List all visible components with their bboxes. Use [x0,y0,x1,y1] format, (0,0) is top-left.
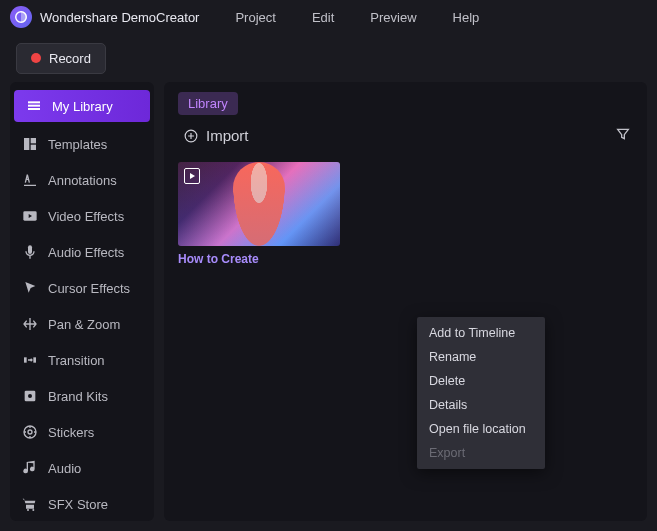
sidebar-item-brand-kits[interactable]: Brand Kits [10,378,154,414]
filter-icon[interactable] [615,126,631,145]
svg-point-11 [28,394,32,398]
audio-effects-icon [22,244,38,260]
svg-rect-9 [33,357,36,362]
sidebar-item-templates[interactable]: Templates [10,126,154,162]
annotations-icon [22,172,38,188]
library-icon [26,98,42,114]
app-logo-icon [10,6,32,28]
sidebar-item-label: Stickers [48,425,94,440]
sidebar-item-audio[interactable]: Audio [10,450,154,486]
sidebar-item-cursor-effects[interactable]: Cursor Effects [10,270,154,306]
record-label: Record [49,51,91,66]
svg-rect-1 [28,101,40,103]
app-title: Wondershare DemoCreator [40,10,199,25]
thumbnail-grid: How to Create [178,162,633,266]
record-dot-icon [31,53,41,63]
sidebar-item-pan-zoom[interactable]: Pan & Zoom [10,306,154,342]
svg-rect-3 [28,108,40,110]
menu-preview[interactable]: Preview [370,10,416,25]
svg-rect-5 [31,138,36,143]
brand-kits-icon [22,388,38,404]
sidebar-item-label: My Library [52,99,113,114]
audio-icon [22,460,38,476]
thumbnail-label: How to Create [178,252,340,266]
svg-rect-4 [24,138,29,150]
svg-point-14 [27,509,29,511]
video-effects-icon [22,208,38,224]
sidebar-item-sfx-store[interactable]: SFX Store [10,486,154,521]
sidebar-item-library[interactable]: My Library [14,90,150,122]
sidebar-item-audio-effects[interactable]: Audio Effects [10,234,154,270]
context-item-details[interactable]: Details [417,393,545,417]
context-item-add-to-timeline[interactable]: Add to Timeline [417,321,545,345]
sfx-store-icon [22,496,38,512]
video-clip-icon [184,168,200,184]
sidebar-item-label: Templates [48,137,107,152]
stickers-icon [22,424,38,440]
sidebar-item-label: Pan & Zoom [48,317,120,332]
sidebar-item-label: Annotations [48,173,117,188]
import-label: Import [206,127,249,144]
sidebar-item-transition[interactable]: Transition [10,342,154,378]
import-button[interactable]: Import [178,123,255,148]
templates-icon [22,136,38,152]
content-panel: Library Import How to Create Add to Time… [164,82,647,521]
menu-help[interactable]: Help [453,10,480,25]
media-thumbnail[interactable]: How to Create [178,162,340,266]
sidebar-item-annotations[interactable]: Annotations [10,162,154,198]
sidebar-item-label: Video Effects [48,209,124,224]
sidebar-item-label: Brand Kits [48,389,108,404]
pan-zoom-icon [22,316,38,332]
menu-bar: Project Edit Preview Help [235,10,479,25]
context-item-rename[interactable]: Rename [417,345,545,369]
sidebar: My LibraryTemplatesAnnotationsVideo Effe… [10,82,154,521]
transition-icon [22,352,38,368]
sidebar-item-stickers[interactable]: Stickers [10,414,154,450]
sidebar-item-label: Transition [48,353,105,368]
svg-point-15 [32,509,34,511]
tab-row: Library [178,92,633,115]
sidebar-item-video-effects[interactable]: Video Effects [10,198,154,234]
menu-project[interactable]: Project [235,10,275,25]
svg-rect-8 [24,357,27,362]
thumbnail-image [178,162,340,246]
svg-point-13 [28,430,32,434]
record-button[interactable]: Record [16,43,106,74]
top-menubar: Wondershare DemoCreator Project Edit Pre… [0,0,657,34]
sidebar-item-label: Cursor Effects [48,281,130,296]
context-item-open-file-location[interactable]: Open file location [417,417,545,441]
context-item-delete[interactable]: Delete [417,369,545,393]
sidebar-item-label: Audio Effects [48,245,124,260]
context-menu: Add to TimelineRenameDeleteDetailsOpen f… [417,317,545,469]
menu-edit[interactable]: Edit [312,10,334,25]
context-item-export: Export [417,441,545,465]
record-bar: Record [0,34,657,82]
sidebar-item-label: SFX Store [48,497,108,512]
cursor-effects-icon [22,280,38,296]
svg-rect-6 [31,145,36,150]
svg-rect-2 [28,105,40,107]
sidebar-item-label: Audio [48,461,81,476]
tab-library[interactable]: Library [178,92,238,115]
plus-circle-icon [184,129,198,143]
